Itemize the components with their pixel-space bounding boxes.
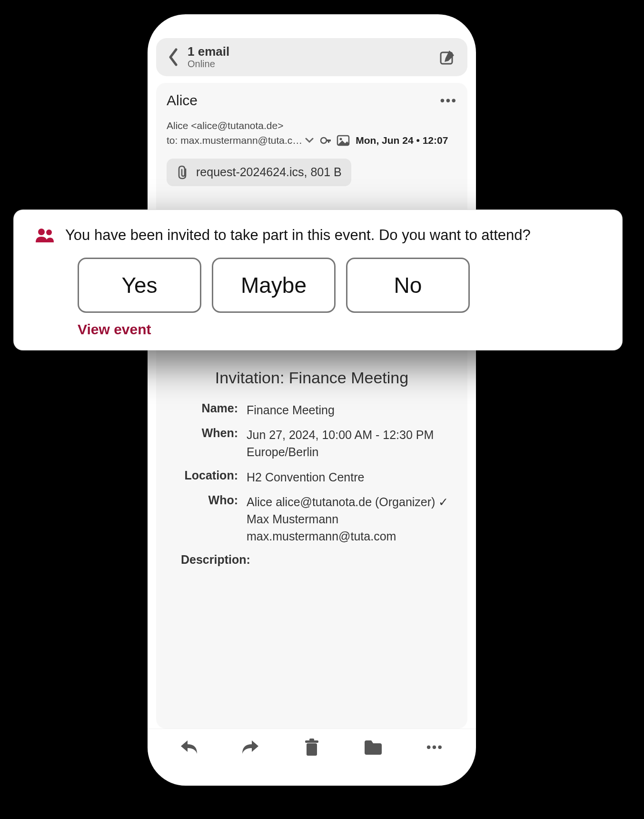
- label-description: Description:: [181, 553, 457, 567]
- value-when: Jun 27, 2024, 10:00 AM - 12:30 PM Europe…: [247, 426, 457, 461]
- rsvp-maybe-button[interactable]: Maybe: [212, 258, 336, 313]
- invitation-title: Invitation: Finance Meeting: [167, 367, 457, 388]
- expand-recipients-button[interactable]: [305, 138, 314, 143]
- svg-rect-6: [309, 739, 314, 741]
- toolbar-more-button[interactable]: •••: [423, 735, 446, 759]
- bottom-toolbar: •••: [148, 729, 476, 786]
- rsvp-no-button[interactable]: No: [346, 258, 470, 313]
- invitation-body: Invitation: Finance Meeting Name: Financ…: [167, 367, 457, 567]
- header-text: 1 email Online: [188, 45, 430, 70]
- encryption-icon: [319, 134, 332, 147]
- email-datetime: Mon, Jun 24 • 12:07: [356, 133, 448, 148]
- label-location: Location:: [167, 469, 238, 486]
- rsvp-prompt: You have been invited to take part in th…: [65, 225, 531, 245]
- value-name: Finance Meeting: [247, 401, 457, 419]
- svg-point-1: [321, 138, 327, 143]
- rsvp-overlay: You have been invited to take part in th…: [13, 210, 623, 350]
- svg-point-3: [340, 138, 342, 140]
- header-title: 1 email: [188, 45, 430, 59]
- image-icon: [337, 135, 350, 146]
- email-more-button[interactable]: •••: [440, 93, 457, 108]
- back-button[interactable]: [168, 48, 179, 67]
- svg-point-7: [38, 229, 45, 235]
- email-card: Alice ••• Alice <alice@tutanota.de> to: …: [156, 83, 467, 729]
- label-when: When:: [167, 426, 238, 461]
- reply-button[interactable]: [177, 735, 201, 759]
- sender-name: Alice: [167, 92, 198, 109]
- value-location: H2 Convention Centre: [247, 469, 457, 486]
- compose-button[interactable]: [439, 49, 456, 66]
- attachment-chip[interactable]: request-2024624.ics, 801 B: [167, 159, 351, 186]
- paperclip-icon: [176, 165, 188, 180]
- phone-content: 1 email Online Alice ••• Alice <alice@tu…: [148, 14, 476, 729]
- label-name: Name:: [167, 401, 238, 419]
- view-event-link[interactable]: View event: [78, 321, 601, 338]
- forward-button[interactable]: [238, 735, 262, 759]
- svg-rect-4: [307, 743, 317, 756]
- attachment-label: request-2024624.ics, 801 B: [196, 165, 342, 179]
- value-who: Alice alice@tutanota.de (Organizer) ✓ Ma…: [247, 493, 457, 545]
- phone-frame: 1 email Online Alice ••• Alice <alice@tu…: [148, 14, 476, 786]
- to-address: max.mustermann@tuta.c…: [180, 133, 302, 148]
- label-who: Who:: [167, 493, 238, 545]
- rsvp-yes-button[interactable]: Yes: [78, 258, 201, 313]
- app-header: 1 email Online: [156, 38, 467, 76]
- people-icon: [35, 227, 55, 243]
- delete-button[interactable]: [300, 735, 324, 759]
- move-to-folder-button[interactable]: [361, 735, 385, 759]
- svg-point-8: [46, 230, 52, 235]
- from-line: Alice <alice@tutanota.de>: [167, 118, 457, 133]
- header-status: Online: [188, 59, 430, 70]
- to-label: to:: [167, 133, 178, 148]
